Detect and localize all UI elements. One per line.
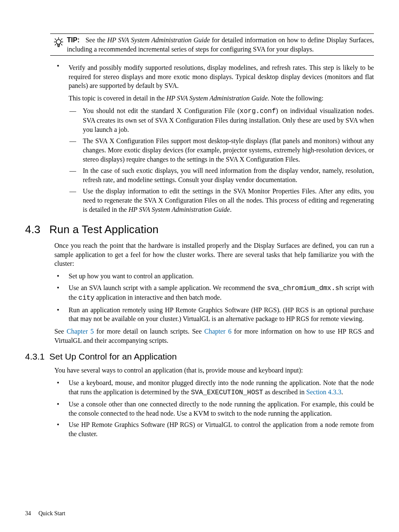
list-item: —Use the display information to edit the… xyxy=(69,187,374,214)
list-item: —The SVA X Configuration Files support m… xyxy=(69,136,374,164)
list-item: —You should not edit the standard X Conf… xyxy=(69,106,374,134)
list-item: •Use a keyboard, mouse, and monitor plug… xyxy=(54,378,374,397)
paragraph: You have several ways to control an appl… xyxy=(54,366,374,375)
list-item: •Use an SVA launch script with a sample … xyxy=(54,283,374,303)
list-item: •Set up how you want to control an appli… xyxy=(54,272,374,281)
lightbulb-tip-icon xyxy=(50,36,67,49)
section-heading-4-3: 4.3Run a Test Application xyxy=(25,222,374,237)
page-number: 34 xyxy=(25,510,31,518)
paragraph: Verify and possibly modify supported res… xyxy=(69,63,374,90)
paragraph: This topic is covered in detail in the H… xyxy=(69,94,374,103)
tip-text: TIP: See the HP SVA System Administratio… xyxy=(67,36,374,54)
link-chapter-5[interactable]: Chapter 5 xyxy=(66,328,94,335)
list-item: •Run an application remotely using HP Re… xyxy=(54,306,374,324)
list-item: •Use a console other than one connected … xyxy=(54,400,374,418)
page-footer: 34Quick Start xyxy=(25,510,65,518)
link-chapter-6[interactable]: Chapter 6 xyxy=(205,328,232,335)
paragraph: Once you reach the point that the hardwa… xyxy=(54,241,374,268)
footer-chapter: Quick Start xyxy=(38,510,65,517)
tip-callout: TIP: See the HP SVA System Administratio… xyxy=(50,33,374,56)
section-heading-4-3-1: 4.3.1Set Up Control for an Application xyxy=(25,351,374,362)
paragraph: See Chapter 5 for more detail on launch … xyxy=(54,327,374,345)
svg-point-0 xyxy=(56,40,61,44)
list-item: —In the case of such exotic displays, yo… xyxy=(69,166,374,184)
tip-label: TIP: xyxy=(67,36,79,44)
link-section-4-3-3[interactable]: Section 4.3.3 xyxy=(306,388,341,396)
list-item: •Use HP Remote Graphics Software (HP RGS… xyxy=(54,420,374,438)
list-item: • Verify and possibly modify supported r… xyxy=(54,62,374,216)
